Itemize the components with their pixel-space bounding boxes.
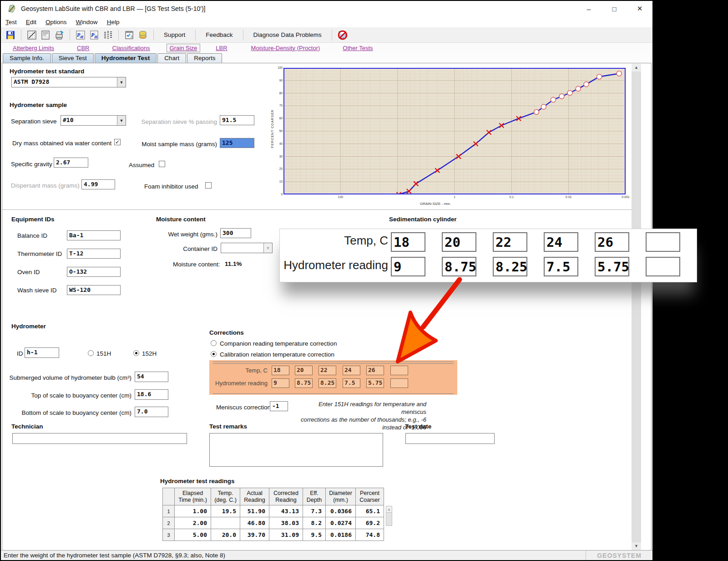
equipment-field-0[interactable]: Ba-1 [67,230,121,240]
table-cell[interactable]: 1.00 [175,505,211,517]
report-icon[interactable] [40,29,51,41]
meniscus-field[interactable]: -1 [270,401,288,411]
corrections-temp-field-2[interactable]: 22 [318,366,336,375]
foam-inhibitor-checkbox[interactable] [205,182,212,189]
dispersant-field[interactable]: 4.99 [81,179,115,189]
print-seal-icon[interactable] [53,29,65,41]
assumed-checkbox[interactable] [159,161,165,167]
table-cell[interactable]: 51.90 [240,505,269,517]
test-date-field[interactable] [405,433,495,444]
scroll-down-icon[interactable]: ▼ [632,542,641,550]
menu-options[interactable]: Options [46,19,67,26]
corrections-reading-field-2[interactable]: 8.25 [318,378,336,388]
toolbar-button-support[interactable]: Support [157,31,192,38]
table-cell[interactable]: 46.80 [240,517,269,529]
hydrometer-id-field[interactable]: h-1 [25,347,59,358]
corrections-reading-field-3[interactable]: 7.5 [343,378,360,388]
corrections-reading-field-4[interactable]: 5.75 [366,378,384,388]
table-cell[interactable]: 7.3 [303,505,326,517]
wet-weight-field[interactable]: 300 [220,228,251,238]
technician-field[interactable] [12,433,187,444]
table-cell[interactable]: 43.13 [269,505,303,517]
checklist-icon[interactable] [123,29,135,41]
module-link-classifications[interactable]: Classifications [110,44,153,52]
table-cell[interactable]: 65.1 [356,505,384,517]
table-cell[interactable]: 0.0274 [326,517,356,529]
radio-companion-correction[interactable] [211,340,217,346]
equipment-field-2[interactable]: O-132 [67,267,121,277]
table-cell[interactable]: 69.2 [356,517,384,529]
scroll-up-icon[interactable]: ▲ [386,506,392,513]
pdf-grid-icon[interactable]: Pdf [75,29,86,41]
pdf-doc-icon[interactable]: Pdf [88,29,100,41]
module-link-other-tests[interactable]: Other Tests [340,44,375,52]
toolbar-separator [21,30,21,41]
radio-152h[interactable] [133,350,139,356]
table-cell[interactable]: 5.00 [175,529,211,541]
tab-reports[interactable]: Reports [187,53,222,63]
table-cell[interactable]: 0.0366 [326,505,356,517]
maximize-button[interactable]: □ [602,1,627,16]
tab-hydrometer-test[interactable]: Hydrometer Test [95,53,157,63]
radio-calibration-correction[interactable] [211,351,217,357]
toolbar-button-feedback[interactable]: Feedback [199,31,239,38]
menu-edit[interactable]: Edit [26,19,36,26]
submerged-volume-field[interactable]: 54 [135,372,168,382]
table-cell[interactable] [211,517,240,529]
corrections-temp-field-1[interactable]: 20 [295,366,313,375]
equipment-field-1[interactable]: T-12 [67,249,121,259]
dashed-list-icon[interactable] [102,29,114,41]
corrections-reading-field-5[interactable] [390,378,408,388]
table-cell[interactable]: 19.5 [211,505,240,517]
specific-gravity-field[interactable]: 2.67 [54,158,88,168]
tab-sample-info-[interactable]: Sample Info. [3,53,51,63]
database-icon[interactable] [137,29,149,41]
scroll-up-icon[interactable]: ▲ [632,64,641,71]
toolbar-button-diagnose-data-problems[interactable]: Diagnose Data Problems [247,31,328,38]
dry-mass-checkbox[interactable]: ✓ [114,139,121,145]
equipment-field-3[interactable]: WS-120 [67,285,121,295]
table-cell[interactable]: 0.0186 [326,529,356,541]
tab-chart[interactable]: Chart [157,53,186,63]
svg-text:df: df [94,35,97,39]
corrections-reading-field-1[interactable]: 8.75 [295,378,313,388]
bottom-scale-field[interactable]: 7.0 [135,407,168,417]
close-button[interactable]: ✕ [627,1,652,16]
tab-sieve-test[interactable]: Sieve Test [52,53,94,63]
table-cell[interactable]: 74.8 [356,529,384,541]
table-cell[interactable]: 8.2 [303,517,326,529]
test-remarks-field[interactable] [209,433,383,467]
module-link-moisture-density-proctor-[interactable]: Moisture-Density (Proctor) [248,44,323,52]
menu-window[interactable]: Window [76,19,98,26]
moist-mass-field[interactable]: 125 [220,138,254,148]
chevron-down-icon[interactable]: ▼ [117,116,126,125]
table-cell[interactable]: 38.03 [269,517,303,529]
standard-combobox[interactable]: ASTM D7928 ▼ [11,77,126,87]
chevron-down-icon[interactable]: ▼ [117,77,126,87]
module-link-cbr[interactable]: CBR [74,44,92,52]
no-save-icon[interactable] [337,29,349,41]
corrections-temp-field-3[interactable]: 24 [343,366,360,375]
corrections-reading-field-0[interactable]: 9 [272,378,289,388]
radio-151h[interactable] [88,350,94,356]
save-icon[interactable] [5,29,16,41]
pct-passing-field[interactable]: 91.5 [220,115,254,125]
corrections-temp-field-0[interactable]: 18 [272,366,289,375]
menu-test[interactable]: Test [5,19,17,26]
minimize-button[interactable]: – [576,1,602,16]
table-cell[interactable]: 39.70 [240,529,269,541]
vertical-scrollbar[interactable]: ▲ ▼ [632,64,641,550]
table-cell[interactable]: 31.09 [269,529,303,541]
table-scrollbar[interactable]: ▲ [386,506,392,526]
container-id-combobox[interactable]: ▼ [221,243,273,253]
table-cell[interactable]: 9.5 [303,529,326,541]
table-cell[interactable]: 2.00 [175,517,211,529]
separation-sieve-combobox[interactable]: #10 ▼ [61,115,126,126]
module-link-grain-size[interactable]: Grain Size [167,44,201,52]
table-cell[interactable]: 20.0 [211,529,240,541]
module-link-atterberg-limits[interactable]: Atterberg Limits [10,44,57,52]
module-link-lbr[interactable]: LBR [213,44,230,52]
grid-chart-icon[interactable] [26,29,38,41]
menu-help[interactable]: Help [107,19,120,26]
top-scale-field[interactable]: 18.6 [135,389,168,400]
